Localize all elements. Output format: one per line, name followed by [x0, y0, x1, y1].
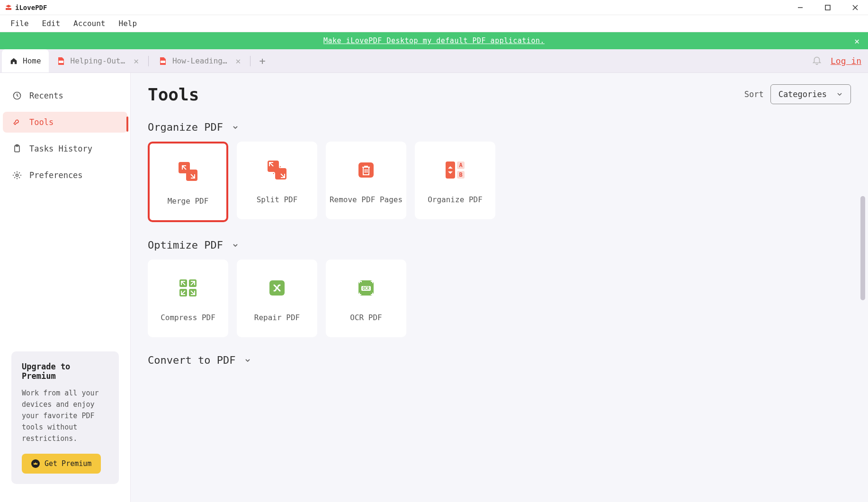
premium-title: Upgrade to Premium: [22, 362, 108, 381]
clock-icon: [12, 91, 22, 100]
banner-link[interactable]: Make iLovePDF Desktop my default PDF app…: [323, 36, 545, 45]
organize-icon: A B: [441, 156, 469, 184]
titlebar: iLovePDF: [0, 0, 868, 15]
menu-help[interactable]: Help: [112, 16, 144, 31]
content-area: Tools Sort Categories Organize PDF: [131, 73, 868, 502]
chevron-down-icon: [232, 242, 239, 249]
tool-repair-label: Repair PDF: [254, 313, 300, 323]
wrench-icon: [12, 117, 22, 127]
app-name: iLovePDF: [15, 4, 47, 11]
svg-rect-17: [446, 161, 455, 179]
menu-file[interactable]: File: [4, 16, 36, 31]
menubar: File Edit Account Help: [0, 15, 868, 32]
maximize-button[interactable]: [820, 2, 836, 13]
tool-organize-label: Organize PDF: [428, 195, 483, 205]
organize-tools-grid: Merge PDF Split PDF: [148, 142, 851, 222]
banner-close-icon[interactable]: ✕: [854, 36, 859, 46]
sidebar-recents-label: Recents: [29, 91, 63, 100]
tab-separator: [148, 56, 149, 66]
sidebar-item-preferences[interactable]: Preferences: [3, 165, 127, 186]
page-title: Tools: [148, 85, 199, 104]
svg-text:OCR: OCR: [363, 287, 370, 291]
premium-body: Work from all your devices and enjoy you…: [22, 387, 108, 444]
gear-icon: [12, 170, 22, 180]
premium-promo: Upgrade to Premium Work from all your de…: [11, 351, 119, 484]
close-tab-icon[interactable]: ✕: [134, 56, 139, 66]
menu-edit[interactable]: Edit: [36, 16, 67, 31]
chevron-down-icon: [836, 91, 843, 98]
svg-text:B: B: [459, 171, 462, 178]
svg-rect-5: [59, 61, 63, 63]
menu-account[interactable]: Account: [67, 16, 112, 31]
tabbar: Home Helping-Out… ✕ How-Leading… ✕ + Log…: [0, 49, 868, 73]
section-convert-title: Convert to PDF: [148, 354, 235, 366]
tool-ocr-label: OCR PDF: [350, 313, 382, 323]
chevron-down-icon: [244, 357, 251, 364]
pdf-file-icon: [158, 56, 168, 66]
tab-doc1-label: Helping-Out…: [71, 56, 125, 65]
tool-organize-pdf[interactable]: A B Organize PDF: [415, 142, 495, 219]
ocr-icon: OCR: [352, 274, 380, 302]
tool-repair-pdf[interactable]: Repair PDF: [237, 260, 317, 337]
svg-rect-16: [358, 162, 374, 178]
sidebar-item-recents[interactable]: Recents: [3, 85, 127, 106]
tool-split-label: Split PDF: [257, 195, 298, 205]
tool-ocr-pdf[interactable]: OCR OCR PDF: [326, 260, 406, 337]
tool-merge-pdf[interactable]: Merge PDF: [148, 142, 228, 222]
svg-rect-2: [825, 5, 830, 10]
default-app-banner: Make iLovePDF Desktop my default PDF app…: [0, 32, 868, 49]
tab-document-2[interactable]: How-Leading… ✕: [151, 49, 248, 72]
compress-icon: [174, 274, 202, 302]
pdf-file-icon: [56, 56, 66, 66]
tab-doc2-label: How-Leading…: [172, 56, 227, 65]
tool-merge-label: Merge PDF: [168, 196, 209, 206]
split-icon: [263, 156, 291, 184]
merge-icon: [174, 157, 202, 186]
section-organize-title: Organize PDF: [148, 121, 223, 133]
section-convert-header[interactable]: Convert to PDF: [148, 354, 851, 366]
home-icon: [9, 57, 18, 65]
sort-dropdown[interactable]: Categories: [770, 84, 851, 104]
svg-text:A: A: [459, 162, 463, 169]
tool-compress-label: Compress PDF: [161, 313, 215, 323]
section-organize-header[interactable]: Organize PDF: [148, 121, 851, 133]
tool-compress-pdf[interactable]: Compress PDF: [148, 260, 228, 337]
tool-split-pdf[interactable]: Split PDF: [237, 142, 317, 219]
sidebar-item-history[interactable]: Tasks History: [3, 138, 127, 159]
tab-document-1[interactable]: Helping-Out… ✕: [49, 49, 146, 72]
minimize-button[interactable]: [792, 2, 808, 13]
tab-separator: [250, 56, 251, 66]
svg-point-10: [16, 174, 18, 177]
login-link[interactable]: Log in: [831, 56, 861, 66]
section-optimize-title: Optimize PDF: [148, 239, 223, 251]
tab-home[interactable]: Home: [2, 49, 49, 72]
notifications-icon[interactable]: [812, 55, 822, 67]
tool-remove-pages[interactable]: Remove PDF Pages: [326, 142, 406, 219]
clipboard-icon: [12, 144, 22, 153]
main-area: Recents Tools Tasks History Preferences …: [0, 73, 868, 502]
optimize-tools-grid: Compress PDF Repair PDF OCR: [148, 260, 851, 337]
trash-icon: [352, 156, 380, 184]
crown-icon: [31, 459, 40, 468]
chevron-down-icon: [232, 124, 239, 131]
app-logo: iLovePDF: [5, 4, 47, 11]
sort-value: Categories: [779, 90, 827, 99]
scrollbar[interactable]: [860, 196, 865, 300]
sidebar-tools-label: Tools: [29, 117, 54, 127]
svg-rect-6: [161, 61, 165, 63]
close-window-button[interactable]: [847, 2, 863, 13]
new-tab-button[interactable]: +: [259, 55, 265, 67]
premium-button-label: Get Premium: [45, 459, 91, 468]
sort-label: Sort: [744, 90, 764, 99]
get-premium-button[interactable]: Get Premium: [22, 454, 101, 474]
section-optimize-header[interactable]: Optimize PDF: [148, 239, 851, 251]
sort-control: Sort Categories: [744, 84, 851, 104]
close-tab-icon[interactable]: ✕: [236, 56, 241, 66]
sidebar-history-label: Tasks History: [29, 144, 92, 153]
repair-icon: [263, 274, 291, 302]
sidebar-item-tools[interactable]: Tools: [3, 112, 127, 133]
tab-home-label: Home: [23, 56, 41, 65]
sidebar-prefs-label: Preferences: [29, 170, 83, 180]
tool-remove-label: Remove PDF Pages: [330, 195, 403, 205]
sidebar: Recents Tools Tasks History Preferences …: [0, 73, 131, 502]
